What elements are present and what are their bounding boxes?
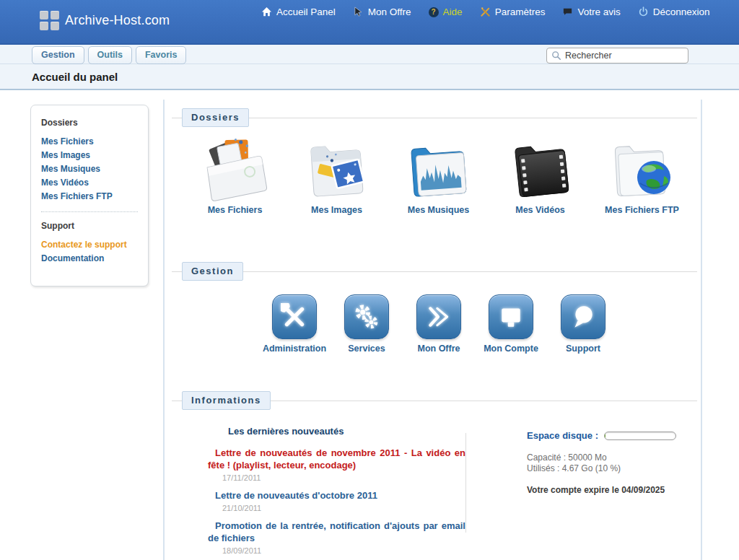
sidebar-divider xyxy=(41,211,138,212)
tools-icon xyxy=(480,6,491,17)
nav-mon-offre[interactable]: Mon Offre xyxy=(353,6,411,17)
nav-label: Accueil Panel xyxy=(276,6,336,17)
folder-label: Mes Vidéos xyxy=(515,205,565,215)
sidebar-item-mes-fichiers-ftp[interactable]: Mes Fichiers FTP xyxy=(41,191,138,201)
disk-progress-bar xyxy=(604,432,676,440)
page-title: Accueil du panel xyxy=(32,71,118,83)
news-item[interactable]: Lettre de nouveautés d'octobre 2011 21/1… xyxy=(208,489,465,512)
disk-capacity: Capacité : 50000 Mo xyxy=(527,452,699,463)
app-mon-offre[interactable]: Mon Offre xyxy=(406,294,472,354)
archive-host-logo[interactable]: Archive-Host.com xyxy=(40,11,170,30)
app-label: Services xyxy=(348,344,385,354)
news-title[interactable]: Lettre de nouveautés de novembre 2011 - … xyxy=(208,447,465,471)
content-right-divider xyxy=(701,100,702,560)
nav-votre-avis[interactable]: Votre avis xyxy=(562,6,620,17)
folder-mes-musiques[interactable]: Mes Musiques xyxy=(393,136,485,215)
news-heading: Les dernières nouveautés xyxy=(228,426,465,437)
home-icon xyxy=(261,6,272,17)
app-label: Mon Offre xyxy=(417,344,460,354)
nav-accueil-panel[interactable]: Accueil Panel xyxy=(261,6,336,17)
sidebar-item-contactez-support[interactable]: Contactez le support xyxy=(41,240,138,250)
files-folder-icon xyxy=(199,136,271,202)
account-expiry: Votre compte expire le 04/09/2025 xyxy=(527,485,699,495)
nav-aide[interactable]: ? Aide xyxy=(429,6,463,17)
news-info-divider xyxy=(465,433,466,533)
sidebar-item-mes-images[interactable]: Mes Images xyxy=(41,150,138,160)
nav-deconnexion[interactable]: Déconnexion xyxy=(638,6,710,17)
folder-mes-fichiers-ftp[interactable]: Mes Fichiers FTP xyxy=(596,136,688,215)
search-input[interactable] xyxy=(565,51,683,61)
images-folder-icon xyxy=(301,136,373,202)
folder-label: Mes Fichiers FTP xyxy=(605,205,679,215)
sidebar-support-title: Support xyxy=(41,221,138,231)
search-icon xyxy=(551,51,561,61)
nav-label: Déconnexion xyxy=(653,6,710,17)
power-icon xyxy=(638,6,649,17)
app-label: Support xyxy=(566,344,600,354)
tab-favoris[interactable]: Favoris xyxy=(136,46,186,64)
section-header-gestion: Gestion xyxy=(182,262,243,281)
admin-tools-icon xyxy=(272,294,317,339)
sidebar-item-mes-musiques[interactable]: Mes Musiques xyxy=(41,164,138,174)
nav-label: Mon Offre xyxy=(368,6,411,17)
news-item[interactable]: Lettre de nouveautés de novembre 2011 - … xyxy=(208,447,465,482)
top-menu: Accueil Panel Mon Offre ? Aide xyxy=(261,6,710,17)
disk-space-label: Espace disque : xyxy=(527,430,598,441)
arrow-icon xyxy=(416,294,461,339)
disk-used: Utilisés : 4.67 Go (10 %) xyxy=(527,463,699,474)
section-rule-dossiers xyxy=(172,118,697,118)
folder-mes-videos[interactable]: Mes Vidéos xyxy=(494,136,587,215)
disk-info-column: Espace disque : Capacité : 50000 Mo Util… xyxy=(527,430,699,495)
app-mon-compte[interactable]: Mon Compte xyxy=(478,294,544,354)
help-icon: ? xyxy=(429,7,439,17)
section-header-dossiers: Dossiers xyxy=(182,108,249,127)
folder-mes-fichiers[interactable]: Mes Fichiers xyxy=(189,136,281,215)
news-item[interactable]: Promotion de la rentrée, notification d'… xyxy=(208,520,465,555)
nav-label: Aide xyxy=(443,6,463,17)
sidebar-item-mes-fichiers[interactable]: Mes Fichiers xyxy=(41,136,138,146)
folder-label: Mes Images xyxy=(311,205,362,215)
news-title[interactable]: Lettre de nouveautés d'octobre 2011 xyxy=(208,489,465,502)
sidebar-dossiers-title: Dossiers xyxy=(41,118,138,128)
news-date: 21/10/2011 xyxy=(222,504,465,512)
archive-host-panel: Archive-Host.com Accueil Panel Mon Offre… xyxy=(0,0,739,560)
section-header-informations: Informations xyxy=(182,391,271,410)
monitor-icon xyxy=(489,294,533,339)
news-date: 17/11/2011 xyxy=(222,473,465,482)
feedback-bubble-icon xyxy=(562,6,573,17)
sidebar-card: Dossiers Mes Fichiers Mes Images Mes Mus… xyxy=(30,105,149,286)
folder-label: Mes Fichiers xyxy=(208,205,263,215)
sidebar-item-mes-videos[interactable]: Mes Vidéos xyxy=(41,178,138,188)
gestion-apps-row: Administration Services Mon Offre xyxy=(261,294,616,354)
disk-progress-fill xyxy=(605,432,605,440)
videos-folder-icon xyxy=(504,136,577,202)
app-administration[interactable]: Administration xyxy=(261,294,328,354)
logo-grid-icon xyxy=(40,11,59,30)
tab-outils[interactable]: Outils xyxy=(88,46,132,64)
folder-mes-images[interactable]: Mes Images xyxy=(291,136,383,215)
search-box[interactable] xyxy=(546,48,688,64)
app-label: Mon Compte xyxy=(484,344,538,354)
nav-label: Paramètres xyxy=(495,6,546,17)
gears-icon xyxy=(344,294,389,339)
tab-gestion[interactable]: Gestion xyxy=(32,46,84,64)
folders-row: Mes Fichiers Mes Images xyxy=(184,136,693,215)
nav-label: Votre avis xyxy=(577,6,620,17)
music-folder-icon xyxy=(403,136,475,202)
section-rule-gestion xyxy=(172,271,697,272)
ftp-globe-folder-icon xyxy=(606,136,678,202)
logo-text: Archive-Host.com xyxy=(65,13,170,28)
content-left-divider xyxy=(163,100,165,560)
news-column: Les dernières nouveautés Lettre de nouve… xyxy=(208,426,465,560)
tab-bar: Gestion Outils Favoris xyxy=(32,46,186,64)
chat-bubble-icon xyxy=(561,294,605,339)
news-date: 18/09/2011 xyxy=(222,546,465,555)
app-services[interactable]: Services xyxy=(333,294,400,354)
nav-parametres[interactable]: Paramètres xyxy=(480,6,546,17)
sidebar-item-documentation[interactable]: Documentation xyxy=(41,253,138,263)
app-support[interactable]: Support xyxy=(550,294,616,354)
sub-header: Gestion Outils Favoris Accueil du panel xyxy=(0,45,739,90)
folder-label: Mes Musiques xyxy=(408,205,469,215)
top-navigation-bar: Archive-Host.com Accueil Panel Mon Offre… xyxy=(0,0,739,45)
news-title[interactable]: Promotion de la rentrée, notification d'… xyxy=(208,520,465,544)
